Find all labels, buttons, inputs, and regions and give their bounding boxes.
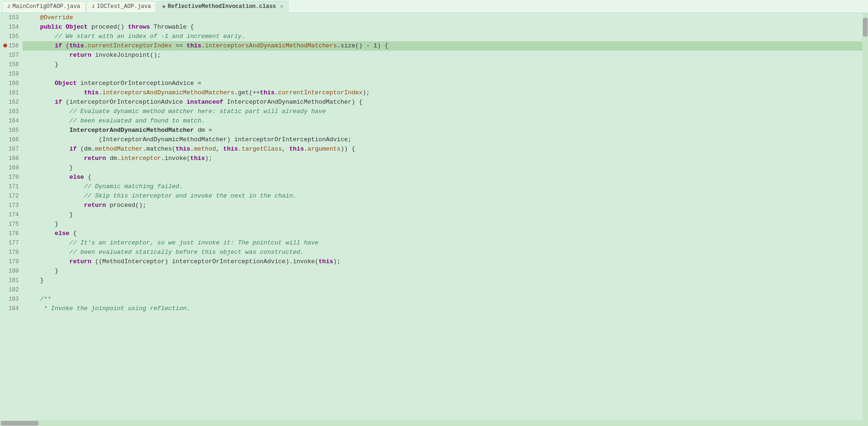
tab-main[interactable]: J MainConfigOfAOP.java — [2, 1, 85, 12]
line-num-180: 180 — [0, 266, 23, 276]
line-num-154: 154 — [0, 23, 23, 32]
code-line-184: * Invoke the joinpoint using reflection. — [23, 304, 862, 313]
code-line-161: this.interceptorsAndDynamicMethodMatcher… — [23, 88, 862, 98]
table-row: 162 if (interceptorOrInterceptionAdvice … — [0, 98, 862, 107]
horizontal-scrollbar-thumb[interactable] — [1, 421, 39, 426]
table-row: 164 // been evaluated and found to match… — [0, 116, 862, 126]
line-num-178: 178 — [0, 248, 23, 257]
line-num-159: 159 — [0, 69, 23, 79]
code-table: 153 @Override 154 public Object proceed(… — [0, 13, 862, 313]
code-line-159 — [23, 69, 862, 79]
table-row: 177 // It's an interceptor, so we just i… — [0, 238, 862, 248]
line-num-158: 158 — [0, 60, 23, 69]
code-line-156: if (this.currentInterceptorIndex == this… — [23, 41, 862, 51]
code-line-166: (InterceptorAndDynamicMethodMatcher) int… — [23, 135, 862, 145]
line-num-162: 162 — [0, 98, 23, 107]
tab-bar: J MainConfigOfAOP.java J IOCTest_AOP.jav… — [0, 0, 868, 13]
code-line-178: // been evaluated statically before this… — [23, 248, 862, 257]
tab-ioc-label: IOCTest_AOP.java — [97, 3, 151, 10]
java-icon: J — [7, 4, 10, 9]
editor-main: 153 @Override 154 public Object proceed(… — [0, 13, 868, 420]
code-line-170: else { — [23, 173, 862, 182]
tab-close-icon[interactable]: ✕ — [280, 3, 284, 9]
code-line-163: // Evaluate dynamic method matcher here:… — [23, 107, 862, 116]
code-line-180: } — [23, 266, 862, 276]
table-row: 180 } — [0, 266, 862, 276]
editor-wrapper: 153 @Override 154 public Object proceed(… — [0, 13, 868, 426]
table-row: 178 // been evaluated statically before … — [0, 248, 862, 257]
line-num-167: 167 — [0, 145, 23, 154]
table-row: 161 this.interceptorsAndDynamicMethodMat… — [0, 88, 862, 98]
line-num-171: 171 — [0, 182, 23, 191]
table-row: 179 return ((MethodInterceptor) intercep… — [0, 257, 862, 266]
line-num-179: 179 — [0, 257, 23, 266]
table-row: 154 public Object proceed() throws Throw… — [0, 23, 862, 32]
table-row: 169 } — [0, 163, 862, 173]
scrollbar-thumb[interactable] — [863, 18, 868, 37]
java-icon-2: J — [92, 4, 95, 9]
code-line-168: return dm.interceptor.invoke(this); — [23, 154, 862, 163]
line-num-183: 183 — [0, 295, 23, 304]
code-line-164: // been evaluated and found to match. — [23, 116, 862, 126]
table-row: 157 return invokeJoinpoint(); — [0, 51, 862, 60]
code-line-183: /** — [23, 295, 862, 304]
vertical-scrollbar[interactable] — [862, 13, 868, 420]
table-row: 165 InterceptorAndDynamicMethodMatcher d… — [0, 126, 862, 135]
line-num-165: 165 — [0, 126, 23, 135]
code-line-175: } — [23, 220, 862, 229]
line-num-169: 169 — [0, 163, 23, 173]
line-num-177: 177 — [0, 238, 23, 248]
code-line-171: // Dynamic matching failed. — [23, 182, 862, 191]
table-row: 156 if (this.currentInterceptorIndex == … — [0, 41, 862, 51]
table-row: 158 } — [0, 60, 862, 69]
table-row: 168 return dm.interceptor.invoke(this); — [0, 154, 862, 163]
line-num-161: 161 — [0, 88, 23, 98]
code-line-160: Object interceptorOrInterceptionAdvice = — [23, 79, 862, 88]
line-num-163: 163 — [0, 107, 23, 116]
table-row: 171 // Dynamic matching failed. — [0, 182, 862, 191]
line-num-173: 173 — [0, 201, 23, 210]
tab-reflective-label: ReflectiveMethodInvocation.class — [168, 3, 276, 10]
table-row: 173 return proceed(); — [0, 201, 862, 210]
table-row: 159 — [0, 69, 862, 79]
line-num-155: 155 — [0, 32, 23, 41]
table-row: 166 (InterceptorAndDynamicMethodMatcher)… — [0, 135, 862, 145]
code-line-167: if (dm.methodMatcher.matches(this.method… — [23, 145, 862, 154]
code-editor[interactable]: 153 @Override 154 public Object proceed(… — [0, 13, 862, 420]
line-num-174: 174 — [0, 210, 23, 220]
horizontal-scrollbar[interactable] — [0, 420, 868, 426]
table-row: 167 if (dm.methodMatcher.matches(this.me… — [0, 145, 862, 154]
line-num-164: 164 — [0, 116, 23, 126]
line-num-175: 175 — [0, 220, 23, 229]
code-line-165: InterceptorAndDynamicMethodMatcher dm = — [23, 126, 862, 135]
code-line-174: } — [23, 210, 862, 220]
code-line-154: public Object proceed() throws Throwable… — [23, 23, 862, 32]
code-line-179: return ((MethodInterceptor) interceptorO… — [23, 257, 862, 266]
tab-main-label: MainConfigOfAOP.java — [13, 3, 80, 10]
code-line-153: @Override — [23, 13, 862, 23]
tab-ioc[interactable]: J IOCTest_AOP.java — [86, 1, 156, 12]
line-num-166: 166 — [0, 135, 23, 145]
line-num-182: 182 — [0, 285, 23, 295]
table-row: 181 } — [0, 276, 862, 285]
table-row: 175 } — [0, 220, 862, 229]
code-line-162: if (interceptorOrInterceptionAdvice inst… — [23, 98, 862, 107]
table-row: 155 // We start with an index of -1 and … — [0, 32, 862, 41]
code-line-155: // We start with an index of -1 and incr… — [23, 32, 862, 41]
class-icon: ◈ — [162, 3, 165, 9]
code-line-157: return invokeJoinpoint(); — [23, 51, 862, 60]
line-num-172: 172 — [0, 191, 23, 201]
line-num-181: 181 — [0, 276, 23, 285]
code-line-172: // Skip this interceptor and invoke the … — [23, 191, 862, 201]
line-num-153: 153 — [0, 13, 23, 23]
code-line-182 — [23, 285, 862, 295]
line-num-184: 184 — [0, 304, 23, 313]
line-num-168: 168 — [0, 154, 23, 163]
code-line-181: } — [23, 276, 862, 285]
line-num-176: 176 — [0, 229, 23, 238]
tab-reflective[interactable]: ◈ ReflectiveMethodInvocation.class ✕ — [157, 1, 288, 12]
table-row: 163 // Evaluate dynamic method matcher h… — [0, 107, 862, 116]
line-num-160: 160 — [0, 79, 23, 88]
code-line-173: return proceed(); — [23, 201, 862, 210]
table-row: 184 * Invoke the joinpoint using reflect… — [0, 304, 862, 313]
